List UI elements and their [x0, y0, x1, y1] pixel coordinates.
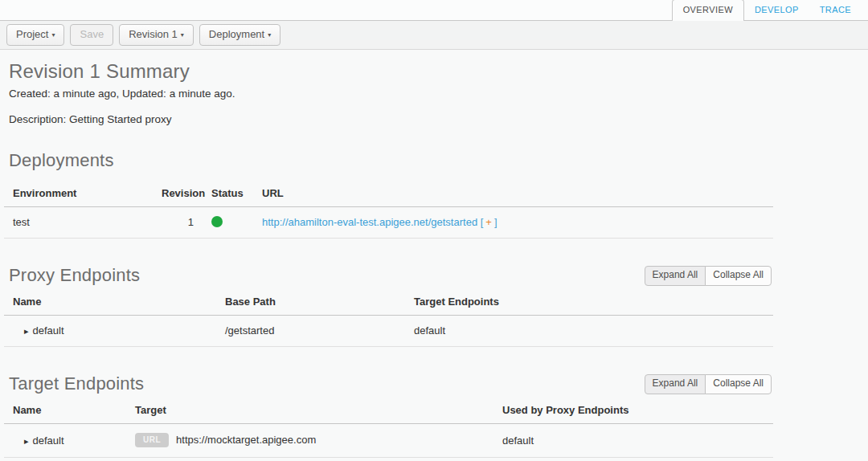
- deployment-environment: test: [4, 207, 153, 239]
- proxy-endpoints-header-row: Name Base Path Target Endpoints: [4, 288, 773, 316]
- col-used-by-proxy-endpoints: Used by Proxy Endpoints: [493, 396, 773, 424]
- col-target: Target: [126, 396, 493, 424]
- target-endpoints-section-title: Target Endpoints: [9, 373, 144, 394]
- proxy-endpoints-expand-collapse-group: Expand All Collapse All: [645, 266, 772, 286]
- target-endpoints-expand-collapse-group: Expand All Collapse All: [645, 374, 772, 394]
- target-endpoint-name: default: [33, 434, 64, 447]
- col-base-path: Base Path: [216, 288, 405, 316]
- target-endpoint-used-by: default: [493, 424, 773, 458]
- target-endpoints-section-head: Target Endpoints Expand All Collapse All: [4, 373, 773, 394]
- url-expand-plus-icon[interactable]: +: [483, 216, 494, 228]
- col-name: Name: [4, 396, 126, 424]
- revision-menu-button[interactable]: Revision 1▾: [119, 24, 194, 46]
- expander-right-icon[interactable]: ▸: [24, 326, 29, 337]
- deployment-status-cell: [203, 207, 253, 239]
- col-name: Name: [4, 288, 216, 316]
- col-revision: Revision: [153, 179, 203, 207]
- col-environment: Environment: [4, 179, 153, 207]
- proxy-endpoints-section-head: Proxy Endpoints Expand All Collapse All: [4, 265, 773, 286]
- deployment-menu-button[interactable]: Deployment▾: [199, 24, 280, 46]
- deployment-row: test 1 http://ahamilton-eval-test.apigee…: [4, 207, 773, 239]
- proxy-editor-tabbar: OVERVIEW DEVELOP TRACE: [0, 0, 868, 21]
- target-collapse-all-button[interactable]: Collapse All: [705, 374, 772, 394]
- deployments-table: Environment Revision Status URL test 1 h…: [4, 179, 773, 239]
- proxy-endpoint-name: default: [33, 324, 64, 337]
- save-button[interactable]: Save: [70, 24, 113, 46]
- revision-menu-label: Revision 1: [129, 28, 178, 40]
- proxy-endpoints-table: Name Base Path Target Endpoints ▸default…: [4, 288, 773, 347]
- deployment-menu-label: Deployment: [209, 28, 264, 40]
- url-type-badge: URL: [135, 433, 169, 447]
- expander-right-icon[interactable]: ▸: [24, 436, 29, 447]
- proxy-endpoint-name-cell: ▸default: [4, 316, 216, 347]
- caret-down-icon: ▾: [51, 31, 55, 39]
- caret-down-icon: ▾: [268, 31, 271, 39]
- proxy-endpoint-base-path: /getstarted: [216, 316, 405, 347]
- target-endpoint-target-cell: URLhttps://mocktarget.apigee.com: [126, 424, 493, 458]
- url-expand-close-bracket: ]: [494, 216, 497, 228]
- deployed-status-icon: [211, 216, 223, 227]
- col-status: Status: [203, 179, 253, 207]
- target-endpoint-target-url: https://mocktarget.apigee.com: [176, 434, 316, 446]
- col-target-endpoints: Target Endpoints: [405, 288, 773, 316]
- proxy-expand-all-button[interactable]: Expand All: [645, 266, 706, 286]
- proxy-endpoint-row: ▸default /getstarted default: [4, 316, 773, 347]
- tab-overview[interactable]: OVERVIEW: [672, 0, 744, 21]
- deployments-header-row: Environment Revision Status URL: [4, 179, 773, 207]
- proxy-endpoints-section-title: Proxy Endpoints: [9, 265, 140, 286]
- col-url: URL: [253, 179, 773, 207]
- deployment-url-cell: http://ahamilton-eval-test.apigee.net/ge…: [253, 207, 773, 239]
- proxy-collapse-all-button[interactable]: Collapse All: [705, 266, 772, 286]
- target-endpoints-table: Name Target Used by Proxy Endpoints ▸def…: [4, 396, 773, 458]
- target-endpoints-header-row: Name Target Used by Proxy Endpoints: [4, 396, 773, 424]
- target-endpoint-name-cell: ▸default: [4, 424, 126, 458]
- deployments-section-title: Deployments: [9, 150, 773, 171]
- toolbar: Project▾ Save Revision 1▾ Deployment▾: [0, 21, 868, 50]
- tab-develop[interactable]: DEVELOP: [744, 0, 809, 20]
- target-expand-all-button[interactable]: Expand All: [645, 374, 706, 394]
- deployment-url-link[interactable]: http://ahamilton-eval-test.apigee.net/ge…: [262, 216, 477, 228]
- proxy-endpoint-target-endpoints: default: [405, 316, 773, 347]
- created-updated-text: Created: a minute ago, Updated: a minute…: [9, 88, 773, 100]
- project-menu-button[interactable]: Project▾: [6, 24, 64, 46]
- deployment-revision: 1: [153, 207, 203, 239]
- tab-trace[interactable]: TRACE: [809, 0, 862, 20]
- caret-down-icon: ▾: [181, 31, 184, 39]
- description-text: Description: Getting Started proxy: [9, 113, 773, 125]
- project-menu-label: Project: [16, 28, 48, 40]
- target-endpoint-row: ▸default URLhttps://mocktarget.apigee.co…: [4, 424, 773, 458]
- page-title: Revision 1 Summary: [9, 60, 773, 83]
- overview-content: Revision 1 Summary Created: a minute ago…: [0, 60, 773, 458]
